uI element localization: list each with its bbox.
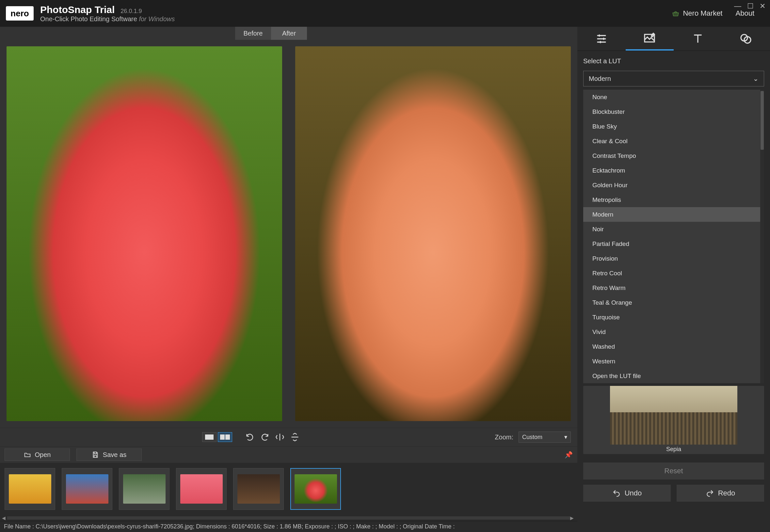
- filmstrip-scrollbar[interactable]: ◀ ▶: [0, 515, 578, 521]
- undo-icon: [612, 489, 621, 497]
- lut-selected-value: Modern: [589, 75, 611, 83]
- redo-button[interactable]: Redo: [677, 485, 764, 502]
- rotate-left-button[interactable]: [245, 433, 254, 441]
- lut-option-blockbuster[interactable]: Blockbuster: [583, 104, 764, 119]
- thumbnail-3[interactable]: [176, 468, 227, 510]
- lut-option-open-the-lut-file[interactable]: Open the LUT file: [583, 369, 764, 383]
- lut-option-turquoise[interactable]: Turquoise: [583, 310, 764, 325]
- lut-tab[interactable]: [626, 27, 674, 51]
- tab-after[interactable]: After: [271, 27, 307, 40]
- lut-sample-sepia[interactable]: Sepia: [583, 386, 764, 454]
- thumbnail-5[interactable]: [290, 468, 341, 510]
- lut-option-washed[interactable]: Washed: [583, 339, 764, 354]
- scroll-track[interactable]: [7, 516, 570, 520]
- flip-horizontal-button[interactable]: [275, 433, 285, 441]
- lut-option-metropolis[interactable]: Metropolis: [583, 192, 764, 207]
- thumbnail-image: [66, 474, 108, 504]
- filmstrip[interactable]: [0, 463, 578, 515]
- scroll-right-icon[interactable]: ▶: [570, 515, 575, 521]
- lut-option-none[interactable]: None: [583, 90, 764, 104]
- nero-logo: nero: [6, 6, 34, 21]
- thumbnail-image: [180, 474, 223, 504]
- lut-option-provision[interactable]: Provision: [583, 251, 764, 266]
- lut-option-noir[interactable]: Noir: [583, 222, 764, 236]
- lut-option-ecktachrom[interactable]: Ecktachrom: [583, 163, 764, 178]
- maximize-button[interactable]: ☐: [747, 2, 754, 10]
- thumbnail-image: [9, 474, 51, 504]
- pin-button[interactable]: 📌: [564, 451, 573, 459]
- after-pane[interactable]: [295, 46, 571, 421]
- thumbnail-image: [295, 474, 337, 504]
- lut-option-modern[interactable]: Modern: [583, 207, 764, 222]
- lut-preview-strip: Sepia: [578, 383, 770, 457]
- nero-market-link[interactable]: Nero Market: [672, 9, 722, 18]
- compare-tabs: Before After: [0, 27, 578, 40]
- lut-option-vivid[interactable]: Vivid: [583, 325, 764, 339]
- thumbnail-image: [123, 474, 165, 504]
- split-view-button[interactable]: [218, 432, 232, 442]
- open-icon: [24, 451, 31, 458]
- undo-label: Undo: [625, 489, 642, 497]
- thumbnail-2[interactable]: [119, 468, 169, 510]
- status-bar: File Name : C:\Users\jweng\Downloads\pex…: [0, 521, 578, 532]
- rotate-right-button[interactable]: [260, 433, 270, 441]
- save-icon: [92, 451, 99, 458]
- thumbnail-1[interactable]: [62, 468, 112, 510]
- close-button[interactable]: ✕: [760, 2, 765, 10]
- viewer-toolbar: Zoom: Custom ▾: [0, 428, 578, 447]
- title-block: PhotoSnap Trial 26.0.1.9 One-Click Photo…: [40, 4, 175, 23]
- lut-dropdown-scrollbar[interactable]: [760, 90, 764, 383]
- save-as-button[interactable]: Save as: [76, 448, 142, 461]
- side-tabs: [578, 27, 770, 51]
- effects-tab[interactable]: [722, 27, 770, 51]
- lut-option-western[interactable]: Western: [583, 354, 764, 369]
- undo-button[interactable]: Undo: [583, 485, 671, 502]
- subtitle-main: One-Click Photo Editing Software: [40, 15, 137, 23]
- side-panel: Select a LUT Modern ⌄ NoneBlockbusterBlu…: [578, 27, 770, 532]
- lut-option-contrast-tempo[interactable]: Contrast Tempo: [583, 148, 764, 163]
- thumbnail-0[interactable]: [5, 468, 55, 510]
- thumbnail-4[interactable]: [233, 468, 284, 510]
- lut-option-teal-orange[interactable]: Teal & Orange: [583, 295, 764, 310]
- lut-dropdown[interactable]: NoneBlockbusterBlue SkyClear & CoolContr…: [583, 90, 764, 383]
- lut-option-retro-warm[interactable]: Retro Warm: [583, 281, 764, 295]
- scroll-left-icon[interactable]: ◀: [2, 515, 7, 521]
- app-title: PhotoSnap Trial: [40, 4, 115, 15]
- minimize-button[interactable]: —: [734, 2, 741, 10]
- text-tab[interactable]: [674, 27, 722, 51]
- app-version: 26.0.1.9: [120, 8, 142, 15]
- app-subtitle: One-Click Photo Editing Software for Win…: [40, 15, 175, 23]
- before-pane[interactable]: [7, 46, 282, 421]
- after-image: [295, 46, 571, 421]
- thumbnail-image: [238, 474, 280, 504]
- lut-section-label: Select a LUT: [583, 57, 764, 65]
- sliders-tab[interactable]: [578, 27, 626, 51]
- flip-vertical-button[interactable]: [290, 433, 300, 441]
- zoom-label: Zoom:: [495, 433, 513, 441]
- lut-option-blue-sky[interactable]: Blue Sky: [583, 119, 764, 134]
- lut-select[interactable]: Modern ⌄: [583, 71, 764, 86]
- open-button[interactable]: Open: [5, 448, 70, 461]
- chevron-down-icon: ⌄: [753, 75, 759, 83]
- chevron-down-icon: ▾: [564, 433, 567, 441]
- sample-image: [610, 386, 737, 445]
- save-as-label: Save as: [103, 451, 126, 459]
- app-header: nero PhotoSnap Trial 26.0.1.9 One-Click …: [0, 0, 770, 27]
- view-mode-group: [202, 432, 232, 442]
- market-icon: [672, 10, 680, 17]
- tab-before[interactable]: Before: [235, 27, 271, 40]
- zoom-select[interactable]: Custom ▾: [518, 432, 571, 443]
- lut-option-golden-hour[interactable]: Golden Hour: [583, 178, 764, 192]
- lut-option-clear-cool[interactable]: Clear & Cool: [583, 134, 764, 148]
- reset-button[interactable]: Reset: [583, 463, 764, 479]
- lut-option-partial-faded[interactable]: Partial Faded: [583, 236, 764, 251]
- workspace-panel: Before After Zoom:: [0, 27, 578, 532]
- lut-option-retro-cool[interactable]: Retro Cool: [583, 266, 764, 281]
- redo-label: Redo: [718, 489, 735, 497]
- subtitle-for: for Windows: [139, 15, 175, 23]
- market-label: Nero Market: [683, 9, 722, 18]
- redo-icon: [706, 489, 714, 497]
- sample-caption: Sepia: [583, 445, 764, 454]
- single-view-button[interactable]: [202, 432, 217, 442]
- file-bar: Open Save as 📌: [0, 447, 578, 463]
